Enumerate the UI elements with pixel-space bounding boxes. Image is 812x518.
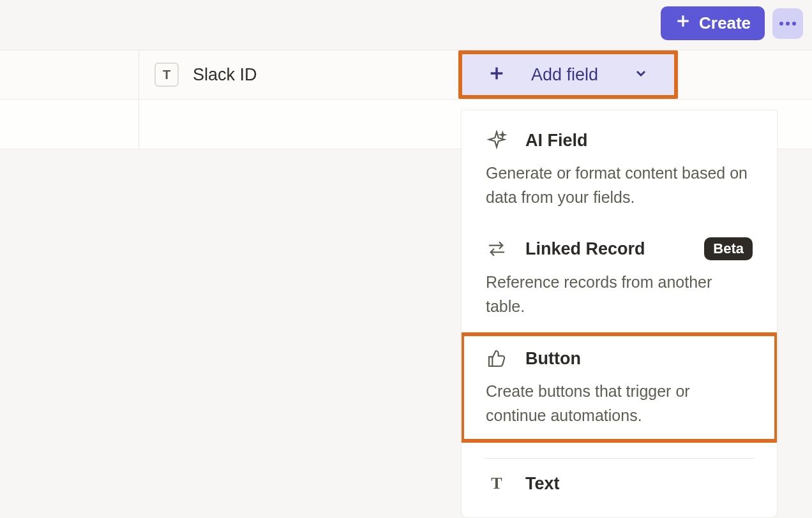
more-button[interactable] [772,8,803,39]
table-header-row: T Slack ID Add field [0,50,812,100]
field-option-button[interactable]: Button Create buttons that trigger or co… [461,332,778,443]
field-option-desc: Generate or format content based on data… [486,161,753,209]
plus-icon [488,64,506,85]
cell-slack-id[interactable] [139,100,458,149]
field-option-text[interactable]: T Text [462,459,777,494]
sparkle-icon [486,130,508,151]
add-field-button[interactable]: Add field [458,50,678,99]
column-header-slack-id[interactable]: T Slack ID [139,50,458,99]
column-name: Slack ID [193,65,257,85]
beta-badge: Beta [704,237,753,260]
create-button[interactable]: Create [661,6,765,40]
row-handle-header [0,50,139,99]
add-field-label: Add field [531,65,608,85]
swap-arrows-icon [486,238,508,260]
add-field-dropdown: AI Field Generate or format content base… [461,110,778,518]
text-type-icon: T [154,63,179,87]
thumbs-up-icon [486,348,508,369]
create-button-label: Create [699,13,751,33]
field-option-title: Button [525,349,753,369]
field-option-title: AI Field [525,131,753,151]
dots-icon [779,22,783,26]
field-option-ai-field[interactable]: AI Field Generate or format content base… [462,115,777,223]
plus-icon [675,13,691,34]
field-option-title: Linked Record [525,239,686,259]
field-option-linked-record[interactable]: Linked Record Beta Reference records fro… [462,223,777,332]
field-option-desc: Create buttons that trigger or continue … [486,380,753,427]
chevron-down-icon [633,66,649,84]
field-option-desc: Reference records from another table. [486,270,753,318]
text-icon: T [486,473,508,494]
field-option-title: Text [525,474,753,494]
row-handle[interactable] [0,100,139,149]
